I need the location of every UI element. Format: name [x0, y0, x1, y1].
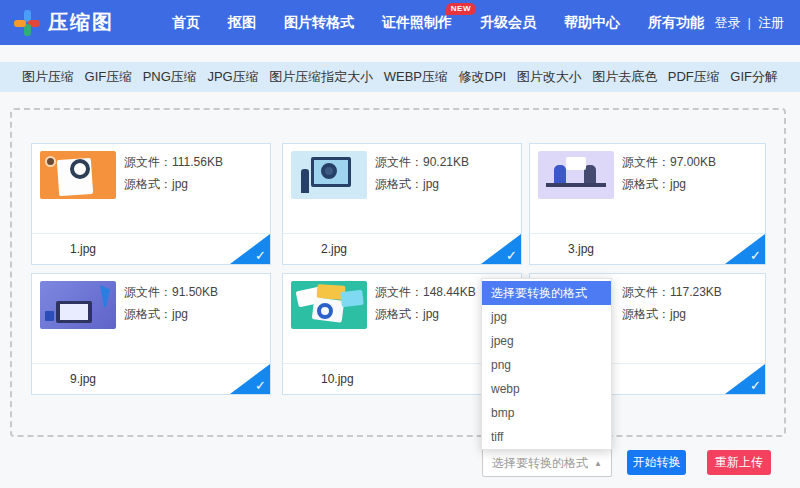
source-file-size: 148.44KB: [423, 285, 476, 299]
source-file-label: 源文件：: [375, 155, 423, 169]
dropdown-arrow-icon: ▲: [594, 459, 611, 468]
source-format-value: jpg: [423, 307, 439, 321]
source-format-label: 源格式：: [124, 177, 172, 191]
source-format-value: jpg: [670, 307, 686, 321]
thumbnail-id-cards-illustration: [291, 281, 367, 329]
auth-links: 登录 | 注册: [715, 14, 784, 32]
tab-image-compress[interactable]: 图片压缩: [22, 68, 74, 86]
start-convert-button[interactable]: 开始转换: [627, 450, 686, 475]
brand-logo[interactable]: 压缩图: [0, 9, 150, 36]
filename: 1.jpg: [70, 242, 96, 256]
source-file-size: 91.50KB: [172, 285, 218, 299]
plus-logo-icon: [14, 10, 40, 36]
source-file-label: 源文件：: [622, 285, 670, 299]
nav-item-convert-format[interactable]: 图片转格式: [284, 14, 354, 32]
file-info: 源文件：91.50KB 源格式：jpg: [124, 284, 218, 328]
dropdown-option-png[interactable]: png: [482, 353, 611, 377]
dropdown-option-jpeg[interactable]: jpeg: [482, 329, 611, 353]
thumbnail-meeting-illustration: [538, 151, 614, 199]
tab-resize-image[interactable]: 图片改大小: [517, 68, 582, 86]
file-card-3: 源文件：97.00KB 源格式：jpg 3.jpg ✓: [529, 143, 766, 265]
file-card-4: 源文件：91.50KB 源格式：jpg 9.jpg ✓: [31, 273, 271, 395]
source-format-value: jpg: [670, 177, 686, 191]
source-file-label: 源文件：: [124, 155, 172, 169]
card-footer: 1.jpg ✓: [32, 233, 270, 264]
compress-image-app: 压缩图 首页 抠图 图片转格式 证件照制作NEW 升级会员 帮助中心 所有功能 …: [0, 0, 800, 488]
filename: 9.jpg: [70, 372, 96, 386]
dropdown-option-bmp[interactable]: bmp: [482, 401, 611, 425]
source-file-label: 源文件：: [375, 285, 423, 299]
tab-gif-split[interactable]: GIF分解: [730, 68, 778, 86]
dropdown-header[interactable]: 选择要转换的格式: [482, 281, 611, 305]
file-card-1: 源文件：111.56KB 源格式：jpg 1.jpg ✓: [31, 143, 271, 265]
selected-checkmark[interactable]: ✓: [481, 234, 521, 264]
card-footer: 9.jpg ✓: [32, 363, 270, 394]
filename: 2.jpg: [321, 242, 347, 256]
selected-checkmark[interactable]: ✓: [725, 364, 765, 394]
check-icon: ✓: [506, 248, 517, 263]
tab-jpg-compress[interactable]: JPG压缩: [207, 68, 258, 86]
tool-tabbar: 图片压缩 GIF压缩 PNG压缩 JPG压缩 图片压缩指定大小 WEBP压缩 修…: [0, 62, 800, 92]
tab-change-dpi[interactable]: 修改DPI: [459, 68, 507, 86]
login-link[interactable]: 登录: [715, 14, 741, 32]
card-footer: 2.jpg ✓: [283, 233, 521, 264]
check-icon: ✓: [750, 248, 761, 263]
file-card-2: 源文件：90.21KB 源格式：jpg 2.jpg ✓: [282, 143, 522, 265]
format-dropdown-panel: 选择要转换的格式 jpg jpeg png webp bmp tiff: [481, 278, 612, 450]
card-footer: 3.jpg ✓: [530, 233, 765, 264]
file-info: 源文件：117.23KB 源格式：jpg: [622, 284, 722, 328]
source-format-label: 源格式：: [375, 307, 423, 321]
auth-divider: |: [748, 15, 751, 30]
file-info: 源文件：97.00KB 源格式：jpg: [622, 154, 716, 198]
source-file-label: 源文件：: [622, 155, 670, 169]
dropdown-option-jpg[interactable]: jpg: [482, 305, 611, 329]
tab-gif-compress[interactable]: GIF压缩: [85, 68, 133, 86]
tab-compress-to-size[interactable]: 图片压缩指定大小: [269, 68, 373, 86]
source-format-label: 源格式：: [375, 177, 423, 191]
nav-item-help-center[interactable]: 帮助中心: [564, 14, 620, 32]
nav-item-all-features[interactable]: 所有功能: [648, 14, 704, 32]
check-icon: ✓: [255, 248, 266, 263]
tab-pdf-compress[interactable]: PDF压缩: [668, 68, 720, 86]
top-navbar: 压缩图 首页 抠图 图片转格式 证件照制作NEW 升级会员 帮助中心 所有功能 …: [0, 0, 800, 45]
thumbnail-laptop-illustration: [40, 281, 116, 329]
nav-item-id-photo[interactable]: 证件照制作NEW: [382, 14, 452, 32]
source-format-label: 源格式：: [622, 177, 670, 191]
new-badge: NEW: [446, 3, 476, 15]
selected-checkmark[interactable]: ✓: [230, 364, 270, 394]
filename: 3.jpg: [568, 242, 594, 256]
filename: 10.jpg: [321, 372, 354, 386]
upload-drop-area[interactable]: 源文件：111.56KB 源格式：jpg 1.jpg ✓ 源文件：90.21KB…: [10, 108, 786, 437]
source-format-label: 源格式：: [124, 307, 172, 321]
tab-remove-background[interactable]: 图片去底色: [592, 68, 657, 86]
brand-title: 压缩图: [48, 9, 114, 36]
format-select-input[interactable]: 选择要转换的格式 ▲: [482, 449, 612, 477]
file-info: 源文件：90.21KB 源格式：jpg: [375, 154, 469, 198]
file-info: 源文件：111.56KB 源格式：jpg: [124, 154, 223, 198]
source-file-size: 97.00KB: [670, 155, 716, 169]
format-select-placeholder: 选择要转换的格式: [483, 455, 594, 472]
nav-item-matting[interactable]: 抠图: [228, 14, 256, 32]
register-link[interactable]: 注册: [758, 14, 784, 32]
source-format-label: 源格式：: [622, 307, 670, 321]
selected-checkmark[interactable]: ✓: [725, 234, 765, 264]
source-format-value: jpg: [172, 177, 188, 191]
source-format-value: jpg: [172, 307, 188, 321]
tab-webp-compress[interactable]: WEBP压缩: [384, 68, 448, 86]
thumbnail-document-search-illustration: [40, 151, 116, 199]
source-file-label: 源文件：: [124, 285, 172, 299]
file-info: 源文件：148.44KB 源格式：jpg: [375, 284, 476, 328]
tab-png-compress[interactable]: PNG压缩: [143, 68, 197, 86]
reupload-button[interactable]: 重新上传: [707, 450, 771, 475]
nav-item-upgrade-vip[interactable]: 升级会员: [480, 14, 536, 32]
check-icon: ✓: [255, 378, 266, 393]
thumbnail-screen-person-illustration: [291, 151, 367, 199]
nav-item-home[interactable]: 首页: [172, 14, 200, 32]
dropdown-option-tiff[interactable]: tiff: [482, 425, 611, 449]
check-icon: ✓: [750, 378, 761, 393]
source-format-value: jpg: [423, 177, 439, 191]
source-file-size: 111.56KB: [172, 155, 223, 169]
source-file-size: 90.21KB: [423, 155, 469, 169]
selected-checkmark[interactable]: ✓: [230, 234, 270, 264]
dropdown-option-webp[interactable]: webp: [482, 377, 611, 401]
